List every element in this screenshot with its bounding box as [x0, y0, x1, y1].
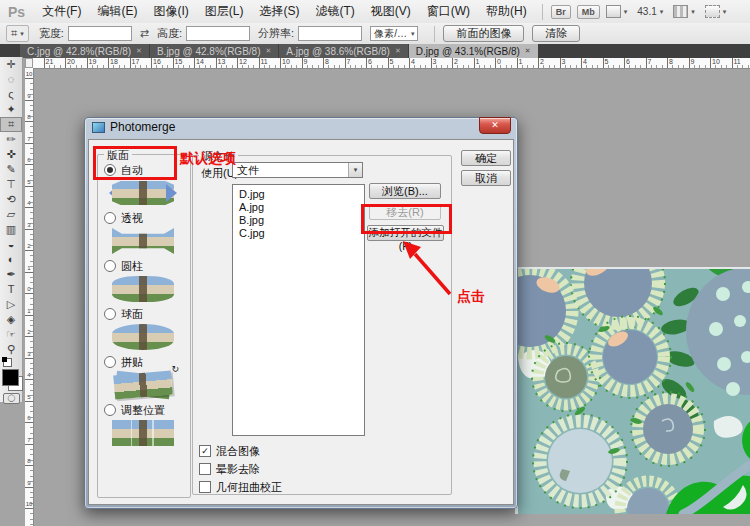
- resolution-input[interactable]: [298, 26, 362, 41]
- ruler-minor-tick: [30, 196, 33, 197]
- blur-tool[interactable]: ◒: [0, 237, 22, 252]
- document-tab-b[interactable]: B.jpg @ 42.8%(RGB/8)✕: [150, 44, 278, 58]
- lasso-tool[interactable]: ς: [0, 87, 22, 102]
- close-tab-icon[interactable]: ✕: [265, 47, 271, 55]
- source-file-list[interactable]: D.jpgA.jpgB.jpgC.jpg: [232, 184, 365, 436]
- foreground-color-swatch[interactable]: [2, 369, 19, 386]
- menu-item-edit[interactable]: 编辑(E): [90, 1, 144, 22]
- layout-thumb-auto: [112, 180, 174, 206]
- menu-item-view[interactable]: 视图(V): [364, 1, 418, 22]
- file-item[interactable]: C.jpg: [233, 227, 364, 240]
- quick-selection-tool[interactable]: ✦: [0, 102, 22, 117]
- file-item[interactable]: B.jpg: [233, 214, 364, 227]
- layout-option-spherical[interactable]: 球面: [104, 307, 190, 321]
- menu-item-filter[interactable]: 滤镜(T): [308, 1, 361, 22]
- ruler-minor-tick: [30, 390, 33, 391]
- ruler-minor-tick: [30, 212, 33, 213]
- document-tab-a[interactable]: A.jpg @ 38.6%(RGB/8)✕: [279, 44, 407, 58]
- dialog-close-button[interactable]: ✕: [479, 117, 511, 134]
- pen-tool[interactable]: ✒: [0, 267, 22, 282]
- close-tab-icon[interactable]: ✕: [136, 47, 142, 55]
- close-tab-icon[interactable]: ✕: [395, 47, 401, 55]
- custom-shape-tool[interactable]: ◈: [0, 312, 22, 327]
- file-item[interactable]: A.jpg: [233, 201, 364, 214]
- menu-item-image[interactable]: 图像(I): [146, 1, 195, 22]
- dodge-tool[interactable]: ◐: [0, 252, 22, 267]
- document-tab-c[interactable]: C.jpg @ 42.8%(RGB/8)✕: [20, 44, 149, 58]
- eyedropper-tool[interactable]: ✏: [0, 132, 22, 147]
- ruler-minor-tick: [30, 433, 33, 434]
- document-tab-bar: C.jpg @ 42.8%(RGB/8)✕B.jpg @ 42.8%(RGB/8…: [0, 44, 750, 58]
- launch-mini-bridge-button[interactable]: Mb: [577, 5, 600, 19]
- history-brush-tool[interactable]: ⟲: [0, 192, 22, 207]
- screen-mode-button[interactable]: ▾: [705, 5, 727, 18]
- vertical-ruler[interactable]: 10987654321012345678910: [25, 68, 34, 526]
- ruler-minor-tick: [30, 347, 33, 348]
- ruler-minor-tick: [565, 65, 566, 68]
- layout-option-cylindrical[interactable]: 圆柱: [104, 259, 190, 273]
- menu-item-select[interactable]: 选择(S): [252, 1, 306, 22]
- ruler-minor-tick: [178, 65, 179, 68]
- ruler-minor-tick: [640, 65, 641, 68]
- brush-tool[interactable]: ✎: [0, 162, 22, 177]
- crop-tool-preset-button[interactable]: ⌗▾: [6, 25, 29, 42]
- checkbox-icon: [199, 463, 211, 475]
- move-tool[interactable]: ✛: [0, 57, 22, 72]
- checkbox-vignette-removal[interactable]: 晕影去除: [199, 460, 282, 478]
- layout-option-perspective[interactable]: 透视: [104, 211, 190, 225]
- resolution-unit-dropdown[interactable]: 像素/…▾: [370, 26, 418, 41]
- height-input[interactable]: [186, 26, 250, 41]
- launch-bridge-button[interactable]: Br: [551, 5, 571, 19]
- quick-mask-button[interactable]: ◯: [3, 393, 20, 404]
- chevron-down-icon: ▾: [691, 8, 695, 16]
- ruler-tick: [474, 58, 475, 68]
- horizontal-ruler[interactable]: 1110987654321012345678910111213141516171…: [33, 58, 750, 69]
- eraser-tool[interactable]: ▱: [0, 207, 22, 222]
- ruler-minor-tick: [221, 65, 222, 68]
- width-input[interactable]: [68, 26, 132, 41]
- clear-button[interactable]: 清除: [532, 25, 580, 42]
- swap-dimensions-icon[interactable]: ⇄: [140, 27, 149, 40]
- ruler-minor-tick: [694, 65, 695, 68]
- layout-option-reposition[interactable]: 调整位置: [104, 403, 190, 417]
- path-selection-tool[interactable]: ▷: [0, 297, 22, 312]
- default-colors-icon[interactable]: [3, 358, 12, 367]
- menu-item-file[interactable]: 文件(F): [35, 1, 88, 22]
- clone-stamp-tool[interactable]: ⊤: [0, 177, 22, 192]
- hand-tool[interactable]: ☞: [0, 327, 22, 342]
- use-dropdown[interactable]: 文件 ▾: [232, 162, 363, 178]
- height-label: 高度:: [157, 26, 182, 41]
- ruler-number: 2: [25, 329, 33, 335]
- close-tab-icon[interactable]: ✕: [525, 47, 531, 55]
- crop-tool[interactable]: ⌗: [0, 117, 22, 132]
- view-extras-button[interactable]: ▾: [606, 5, 628, 18]
- type-tool[interactable]: T: [0, 282, 22, 297]
- document-tab-label: C.jpg @ 42.8%(RGB/8): [27, 46, 131, 57]
- zoom-tool[interactable]: ⚲: [0, 342, 22, 357]
- browse-button[interactable]: 浏览(B)...: [369, 183, 441, 199]
- ruler-minor-tick: [447, 65, 448, 68]
- options-divider: [434, 26, 435, 42]
- menu-item-help[interactable]: 帮助(H): [479, 1, 534, 22]
- front-image-button[interactable]: 前面的图像: [443, 25, 524, 42]
- healing-brush-tool[interactable]: ✜: [0, 147, 22, 162]
- ruler-minor-tick: [226, 65, 227, 68]
- ruler-minor-tick: [30, 492, 33, 493]
- file-item[interactable]: D.jpg: [233, 188, 364, 201]
- document-tab-d[interactable]: D.jpg @ 43.1%(RGB/8)✕: [409, 44, 538, 58]
- checkbox-geometric-distortion-correction[interactable]: 几何扭曲校正: [199, 478, 282, 496]
- ok-button[interactable]: 确定: [461, 150, 511, 166]
- ruler-minor-tick: [635, 65, 636, 68]
- ruler-minor-tick: [113, 65, 114, 68]
- ruler-number: 1: [25, 265, 33, 271]
- menu-item-layer[interactable]: 图层(L): [198, 1, 251, 22]
- checkbox-blend-images[interactable]: ✓混合图像: [199, 442, 282, 460]
- gradient-tool[interactable]: ▥: [0, 222, 22, 237]
- zoom-level-button[interactable]: 43.1▾: [637, 6, 663, 17]
- dialog-titlebar[interactable]: Photomerge ✕: [85, 118, 517, 136]
- cancel-button[interactable]: 取消: [461, 170, 511, 186]
- menu-item-window[interactable]: 窗口(W): [420, 1, 477, 22]
- marquee-tool[interactable]: ◌: [0, 72, 22, 87]
- arrange-documents-button[interactable]: ▾: [673, 5, 695, 18]
- thumb-scene: [112, 420, 174, 446]
